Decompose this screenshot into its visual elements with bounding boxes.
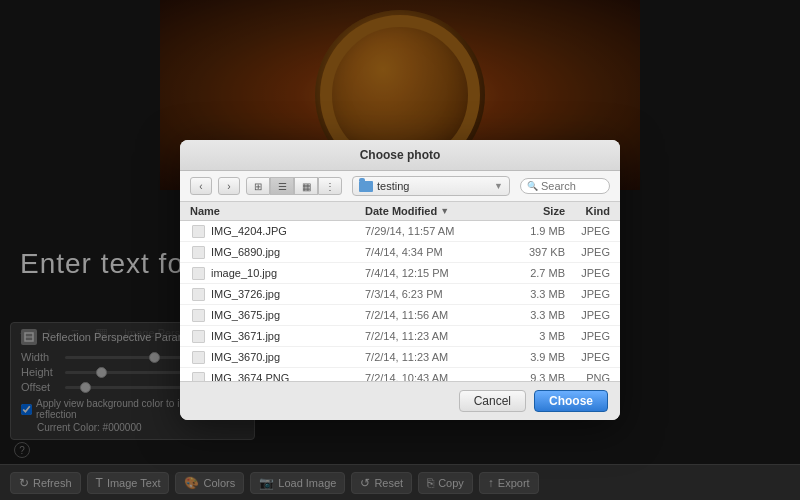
dialog-overlay: Choose photo ‹ › ⊞ ☰ ▦ ⋮ testing ▼ 🔍 — [0, 0, 800, 500]
file-date: 7/2/14, 11:23 AM — [365, 330, 505, 342]
file-kind: JPEG — [565, 288, 610, 300]
forward-button[interactable]: › — [218, 177, 240, 195]
file-size: 1.9 MB — [505, 225, 565, 237]
file-size: 3.3 MB — [505, 309, 565, 321]
file-name: IMG_3671.jpg — [211, 330, 365, 342]
file-kind: JPEG — [565, 225, 610, 237]
col-name-header[interactable]: Name — [190, 205, 365, 217]
file-icon — [190, 328, 206, 344]
dialog-titlebar: Choose photo — [180, 140, 620, 171]
file-row[interactable]: IMG_3671.jpg 7/2/14, 11:23 AM 3 MB JPEG — [180, 326, 620, 347]
location-chevron: ▼ — [494, 181, 503, 191]
file-name: IMG_3726.jpg — [211, 288, 365, 300]
file-list-header: Name Date Modified ▼ Size Kind — [180, 202, 620, 221]
back-button[interactable]: ‹ — [190, 177, 212, 195]
file-date: 7/2/14, 10:43 AM — [365, 372, 505, 381]
file-icon — [190, 244, 206, 260]
file-name: IMG_4204.JPG — [211, 225, 365, 237]
dialog-title: Choose photo — [360, 148, 441, 162]
dialog-toolbar: ‹ › ⊞ ☰ ▦ ⋮ testing ▼ 🔍 — [180, 171, 620, 202]
file-name: IMG_3670.jpg — [211, 351, 365, 363]
file-icon — [190, 370, 206, 381]
file-icon — [190, 286, 206, 302]
view-buttons: ⊞ ☰ ▦ ⋮ — [246, 177, 342, 195]
cancel-button[interactable]: Cancel — [459, 390, 526, 412]
file-kind: JPEG — [565, 267, 610, 279]
search-icon: 🔍 — [527, 181, 538, 191]
col-kind-header[interactable]: Kind — [565, 205, 610, 217]
file-row[interactable]: IMG_3726.jpg 7/3/14, 6:23 PM 3.3 MB JPEG — [180, 284, 620, 305]
col-size-header[interactable]: Size — [505, 205, 565, 217]
file-row[interactable]: IMG_6890.jpg 7/4/14, 4:34 PM 397 KB JPEG — [180, 242, 620, 263]
sort-indicator: ▼ — [440, 206, 449, 216]
file-size: 3.9 MB — [505, 351, 565, 363]
file-icon — [190, 349, 206, 365]
file-icon — [190, 265, 206, 281]
column-view-button[interactable]: ▦ — [294, 177, 318, 195]
dialog-footer: Cancel Choose — [180, 381, 620, 420]
file-size: 3 MB — [505, 330, 565, 342]
file-kind: JPEG — [565, 330, 610, 342]
file-row[interactable]: IMG_3675.jpg 7/2/14, 11:56 AM 3.3 MB JPE… — [180, 305, 620, 326]
file-kind: JPEG — [565, 351, 610, 363]
search-input[interactable] — [541, 180, 601, 192]
file-kind: JPEG — [565, 246, 610, 258]
file-row[interactable]: IMG_4204.JPG 7/29/14, 11:57 AM 1.9 MB JP… — [180, 221, 620, 242]
file-date: 7/4/14, 12:15 PM — [365, 267, 505, 279]
file-name: image_10.jpg — [211, 267, 365, 279]
file-chooser-dialog: Choose photo ‹ › ⊞ ☰ ▦ ⋮ testing ▼ 🔍 — [180, 140, 620, 420]
file-date: 7/29/14, 11:57 AM — [365, 225, 505, 237]
file-kind: PNG — [565, 372, 610, 381]
file-size: 2.7 MB — [505, 267, 565, 279]
file-list: IMG_4204.JPG 7/29/14, 11:57 AM 1.9 MB JP… — [180, 221, 620, 381]
folder-icon — [359, 181, 373, 192]
file-date: 7/4/14, 4:34 PM — [365, 246, 505, 258]
file-icon — [190, 223, 206, 239]
col-date-header[interactable]: Date Modified ▼ — [365, 205, 505, 217]
location-selector[interactable]: testing ▼ — [352, 176, 510, 196]
file-date: 7/2/14, 11:56 AM — [365, 309, 505, 321]
list-view-button[interactable]: ☰ — [270, 177, 294, 195]
choose-button[interactable]: Choose — [534, 390, 608, 412]
location-label: testing — [377, 180, 409, 192]
file-row[interactable]: image_10.jpg 7/4/14, 12:15 PM 2.7 MB JPE… — [180, 263, 620, 284]
file-kind: JPEG — [565, 309, 610, 321]
coverflow-button[interactable]: ⋮ — [318, 177, 342, 195]
file-row[interactable]: IMG_3670.jpg 7/2/14, 11:23 AM 3.9 MB JPE… — [180, 347, 620, 368]
file-row[interactable]: IMG_3674.PNG 7/2/14, 10:43 AM 9.3 MB PNG — [180, 368, 620, 381]
search-box[interactable]: 🔍 — [520, 178, 610, 194]
file-name: IMG_3675.jpg — [211, 309, 365, 321]
file-date: 7/3/14, 6:23 PM — [365, 288, 505, 300]
file-size: 9.3 MB — [505, 372, 565, 381]
file-name: IMG_3674.PNG — [211, 372, 365, 381]
icon-view-button[interactable]: ⊞ — [246, 177, 270, 195]
file-name: IMG_6890.jpg — [211, 246, 365, 258]
file-icon — [190, 307, 206, 323]
file-size: 3.3 MB — [505, 288, 565, 300]
file-size: 397 KB — [505, 246, 565, 258]
file-date: 7/2/14, 11:23 AM — [365, 351, 505, 363]
